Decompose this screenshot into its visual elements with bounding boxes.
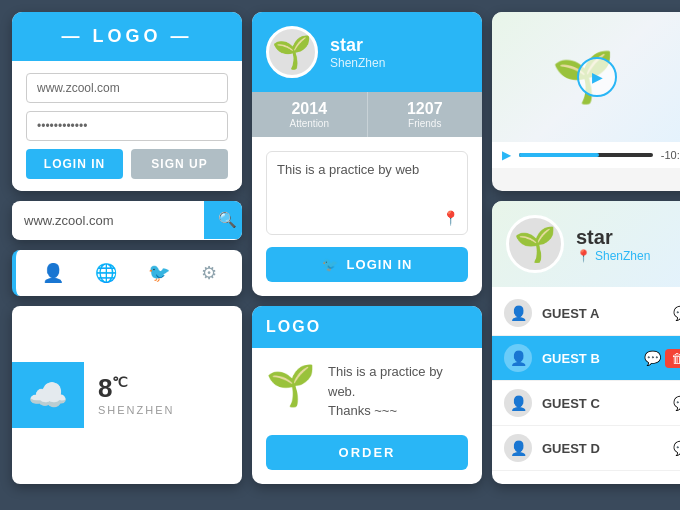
profile-text-box: This is a practice by web 📍	[266, 151, 468, 235]
profile-username: star	[330, 35, 385, 56]
nav-globe-icon[interactable]: 🌐	[95, 262, 117, 284]
guests-card: 🌱 star 📍 ShenZhen 👤 GUEST A 💬 👤 GUEST B	[492, 201, 680, 483]
guests-header: 🌱 star 📍 ShenZhen	[492, 201, 680, 287]
nav-card: 👤 🌐 🐦 ⚙	[12, 250, 242, 296]
profile-header: 🌱 star ShenZhen	[252, 12, 482, 92]
guest-message-c[interactable]: 💬	[673, 395, 680, 411]
login-card-header: — LOGO —	[12, 12, 242, 61]
search-button[interactable]: 🔍	[204, 201, 242, 239]
cloud-icon: ☁️	[28, 377, 68, 413]
play-button[interactable]: ▶	[577, 57, 617, 97]
progress-fill	[519, 153, 599, 157]
guest-message-d[interactable]: 💬	[673, 440, 680, 456]
twitter-icon: 🐦	[322, 257, 339, 272]
password-input[interactable]	[26, 111, 228, 141]
search-input[interactable]	[12, 203, 204, 238]
video-time: -10:23	[661, 149, 680, 161]
logo-dash-left: —	[61, 26, 83, 46]
guest-avatar-b: 👤	[504, 344, 532, 372]
weather-info: 8℃ SHENZHEN	[84, 363, 242, 426]
order-logo-title: LOGO	[266, 318, 321, 335]
profile-avatar: 🌱	[266, 26, 318, 78]
guest-message-a[interactable]: 💬	[673, 305, 680, 321]
profile-text: This is a practice by web	[277, 162, 457, 212]
profile-stats: 2014 Attention 1207 Friends	[252, 92, 482, 137]
order-card: LOGO 🌱 This is a practice by web. Thanks…	[252, 306, 482, 484]
login-button[interactable]: LOGIN IN	[26, 149, 123, 179]
order-text: This is a practice by web. Thanks ~~~	[328, 362, 443, 421]
guest-avatar-d: 👤	[504, 434, 532, 462]
weather-card: ☁️ 8℃ SHENZHEN	[12, 306, 242, 484]
guests-avatar: 🌱	[506, 215, 564, 273]
order-plant-icon: 🌱	[266, 362, 316, 409]
order-button[interactable]: ORDER	[266, 435, 468, 470]
guest-name-c: GUEST C	[542, 396, 673, 411]
stat-friends-label: Friends	[372, 118, 479, 129]
video-thumbnail: 🌱 ▶	[492, 12, 680, 142]
pin-icon: 📍	[576, 249, 591, 263]
guest-avatar-c: 👤	[504, 389, 532, 417]
guests-location: 📍 ShenZhen	[576, 249, 650, 263]
guest-name-b: GUEST B	[542, 351, 644, 366]
guest-avatar-a: 👤	[504, 299, 532, 327]
twitter-login-label: LOGIN IN	[347, 257, 413, 272]
guest-list: 👤 GUEST A 💬 👤 GUEST B 💬 🗑 👤 GUEST C 💬 👤	[492, 287, 680, 475]
stat-attention-label: Attention	[256, 118, 363, 129]
progress-bar[interactable]	[519, 153, 653, 157]
signup-button[interactable]: SIGN UP	[131, 149, 228, 179]
search-card: 🔍	[12, 201, 242, 239]
profile-card: 🌱 star ShenZhen 2014 Attention 1207 Frie…	[252, 12, 482, 296]
login-card: — LOGO — LOGIN IN SIGN UP	[12, 12, 242, 191]
stat-attention-num: 2014	[256, 100, 363, 118]
guest-item-c[interactable]: 👤 GUEST C 💬	[492, 381, 680, 426]
nav-settings-icon[interactable]: ⚙	[201, 262, 217, 284]
guests-username: star	[576, 226, 650, 249]
guest-item-b[interactable]: 👤 GUEST B 💬 🗑	[492, 336, 680, 381]
weather-temperature: 8℃	[98, 373, 228, 404]
twitter-login-button[interactable]: 🐦 LOGIN IN	[266, 247, 468, 282]
guest-item-d[interactable]: 👤 GUEST D 💬	[492, 426, 680, 471]
weather-city: SHENZHEN	[98, 404, 228, 416]
profile-location: ShenZhen	[330, 56, 385, 70]
logo-title: LOGO	[93, 26, 171, 46]
video-controls: ▶ -10:23	[492, 142, 680, 168]
guests-city: ShenZhen	[595, 249, 650, 263]
weather-icon-box: ☁️	[12, 362, 84, 428]
order-body: 🌱 This is a practice by web. Thanks ~~~	[252, 348, 482, 435]
stat-friends-num: 1207	[372, 100, 479, 118]
stat-attention: 2014 Attention	[252, 92, 368, 137]
url-input[interactable]	[26, 73, 228, 103]
nav-user-icon[interactable]: 👤	[42, 262, 64, 284]
order-header: LOGO	[252, 306, 482, 348]
guest-name-d: GUEST D	[542, 441, 673, 456]
nav-twitter-icon[interactable]: 🐦	[148, 262, 170, 284]
play-small-button[interactable]: ▶	[502, 148, 511, 162]
stat-friends: 1207 Friends	[368, 92, 483, 137]
delete-guest-b-button[interactable]: 🗑	[665, 349, 680, 368]
logo-dash-right: —	[171, 26, 193, 46]
guest-item-a[interactable]: 👤 GUEST A 💬	[492, 291, 680, 336]
guest-message-b[interactable]: 💬	[644, 350, 661, 366]
video-card: 🌱 ▶ ▶ -10:23	[492, 12, 680, 191]
location-pin-icon: 📍	[442, 210, 459, 226]
guest-name-a: GUEST A	[542, 306, 673, 321]
